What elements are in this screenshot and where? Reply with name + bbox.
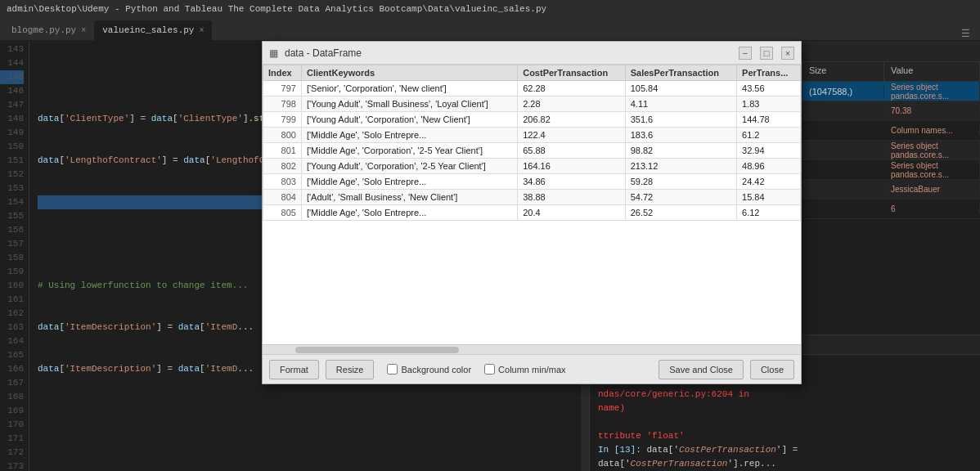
var-cell-size — [802, 110, 884, 113]
console-input-13: In [13]: data['CostPerTransaction'] = da… — [598, 443, 972, 471]
df-cell-index: 797 — [263, 81, 302, 96]
df-cell-per: 24.42 — [737, 174, 801, 190]
dialog-table-area[interactable]: Index ClientKeywords CostPerTransaction … — [263, 65, 801, 354]
var-cell-size — [802, 168, 884, 172]
table-scroll-container[interactable]: Index ClientKeywords CostPerTransaction … — [263, 65, 801, 344]
df-cell-index: 798 — [263, 96, 302, 112]
df-cell-keywords: ['Middle Age', 'Corporation', '2-5 Year … — [301, 143, 517, 159]
df-col-cost[interactable]: CostPerTransaction — [518, 65, 626, 81]
df-cell-sales: 26.52 — [625, 205, 736, 221]
dialog-title-text: data - DataFrame — [285, 47, 731, 59]
var-col-size[interactable]: Size — [802, 62, 884, 81]
var-cell-value: Series objectpandas.core.s... — [884, 140, 980, 161]
tab-menu-icon[interactable]: ☰ — [955, 28, 977, 40]
df-table-row[interactable]: 799 ['Young Adult', 'Corporation', 'New … — [263, 112, 801, 128]
df-cell-per: 32.94 — [737, 143, 801, 159]
var-cell-value: Series objectpandas.core.s... — [884, 82, 980, 102]
col-minmax-checkbox[interactable] — [484, 364, 495, 375]
df-table-row[interactable]: 797 ['Senior', 'Corporation', 'New clien… — [263, 81, 801, 96]
df-col-sales[interactable]: SalesPerTransaction — [625, 65, 736, 81]
console-line-4: name) — [598, 401, 972, 415]
var-cell-value: JessicaBauer — [884, 183, 980, 195]
df-cell-cost: 2.28 — [518, 96, 626, 112]
df-table-row[interactable]: 800 ['Middle Age', 'Solo Entrepre... 122… — [263, 128, 801, 143]
df-cell-cost: 206.82 — [518, 112, 626, 128]
df-table-row[interactable]: 805 ['Middle Age', 'Solo Entrepre... 20.… — [263, 205, 801, 221]
close-dialog-button[interactable]: Close — [750, 360, 794, 379]
df-cell-keywords: ['Young Adult', 'Corporation', '2-5 Year… — [301, 159, 517, 174]
bg-color-group: Background color — [387, 364, 471, 375]
df-col-index[interactable]: Index — [263, 65, 302, 81]
df-cell-per: 48.96 — [737, 159, 801, 174]
df-header-row: Index ClientKeywords CostPerTransaction … — [263, 65, 801, 81]
var-cell-value: Column names... — [884, 124, 980, 137]
df-cell-keywords: ['Middle Age', 'Solo Entrepre... — [301, 174, 517, 190]
tab-blogme[interactable]: blogme.py.py × — [3, 20, 94, 40]
df-cell-cost: 164.16 — [518, 159, 626, 174]
df-cell-index: 802 — [263, 159, 302, 174]
dialog-footer: Format Resize Background color Column mi… — [263, 354, 801, 384]
var-cell-size — [802, 129, 884, 132]
df-cell-index: 801 — [263, 143, 302, 159]
save-and-close-button[interactable]: Save and Close — [659, 360, 744, 379]
df-cell-per: 43.56 — [737, 81, 801, 96]
line-numbers: 143 144 145 146 147 148 149 150 151 152 … — [0, 41, 29, 471]
df-cell-index: 799 — [263, 112, 302, 128]
df-cell-cost: 38.88 — [518, 190, 626, 205]
df-cell-per: 15.84 — [737, 190, 801, 205]
df-table-row[interactable]: 803 ['Middle Age', 'Solo Entrepre... 34.… — [263, 174, 801, 190]
df-cell-cost: 65.88 — [518, 143, 626, 159]
tab-valueinc-close[interactable]: × — [199, 26, 204, 35]
df-cell-sales: 54.72 — [625, 190, 736, 205]
df-cell-sales: 4.11 — [625, 96, 736, 112]
var-cell-size: (1047588,) — [802, 85, 884, 98]
df-cell-keywords: ['Senior', 'Corporation', 'New client'] — [301, 81, 517, 96]
df-cell-keywords: ['Young Adult', 'Corporation', 'New Clie… — [301, 112, 517, 128]
dialog-minimize-btn[interactable]: − — [739, 47, 752, 60]
df-table: Index ClientKeywords CostPerTransaction … — [263, 65, 801, 221]
df-cell-per: 144.78 — [737, 112, 801, 128]
footer-right-buttons: Save and Close Close — [659, 360, 794, 379]
df-col-per[interactable]: PerTrans... — [737, 65, 801, 81]
df-cell-keywords: ['Young Adult', 'Small Business', 'Loyal… — [301, 96, 517, 112]
df-table-row[interactable]: 798 ['Young Adult', 'Small Business', 'L… — [263, 96, 801, 112]
var-cell-value: 6 — [884, 203, 980, 215]
title-text: admin\Desktop\Udemy - Python and Tableau… — [7, 4, 546, 14]
col-minmax-label: Column min/max — [498, 365, 566, 375]
df-cell-keywords: ['Middle Age', 'Solo Entrepre... — [301, 205, 517, 221]
tab-blogme-close[interactable]: × — [81, 26, 86, 35]
df-cell-sales: 213.12 — [625, 159, 736, 174]
df-cell-sales: 105.84 — [625, 81, 736, 96]
resize-button[interactable]: Resize — [326, 360, 375, 379]
var-col-value: Value — [884, 62, 980, 81]
df-cell-cost: 62.28 — [518, 81, 626, 96]
df-cell-sales: 183.6 — [625, 128, 736, 143]
tab-valueinc[interactable]: valueinc_sales.py × — [94, 20, 212, 40]
dialog-title-bar: ▦ data - DataFrame − □ × — [263, 42, 801, 65]
dialog-maximize-btn[interactable]: □ — [760, 47, 773, 60]
dataframe-dialog: ▦ data - DataFrame − □ × Index ClientKey… — [262, 41, 802, 384]
df-cell-index: 804 — [263, 190, 302, 205]
tab-valueinc-label: valueinc_sales.py — [102, 25, 194, 35]
df-col-keywords[interactable]: ClientKeywords — [301, 65, 517, 81]
df-table-row[interactable]: 801 ['Middle Age', 'Corporation', '2-5 Y… — [263, 143, 801, 159]
df-cell-keywords: ['Adult', 'Small Business', 'New Client'… — [301, 190, 517, 205]
df-cell-per: 6.12 — [737, 205, 801, 221]
format-button[interactable]: Format — [269, 360, 319, 379]
bg-color-checkbox[interactable] — [387, 364, 398, 375]
tab-bar: blogme.py.py × valueinc_sales.py × ☰ — [0, 18, 980, 41]
df-horizontal-scrollbar[interactable] — [263, 344, 801, 354]
console-line-5 — [598, 415, 972, 429]
df-cell-per: 61.2 — [737, 128, 801, 143]
var-cell-size — [802, 188, 884, 191]
col-minmax-group: Column min/max — [484, 364, 566, 375]
df-cell-cost: 122.4 — [518, 128, 626, 143]
df-cell-sales: 98.82 — [625, 143, 736, 159]
var-cell-size — [802, 149, 884, 152]
df-cell-sales: 59.28 — [625, 174, 736, 190]
df-scrollbar-thumb[interactable] — [295, 347, 459, 353]
df-table-row[interactable]: 802 ['Young Adult', 'Corporation', '2-5 … — [263, 159, 801, 174]
dialog-close-btn[interactable]: × — [781, 47, 794, 60]
df-table-row[interactable]: 804 ['Adult', 'Small Business', 'New Cli… — [263, 190, 801, 205]
dialog-table-icon: ▦ — [269, 47, 278, 59]
